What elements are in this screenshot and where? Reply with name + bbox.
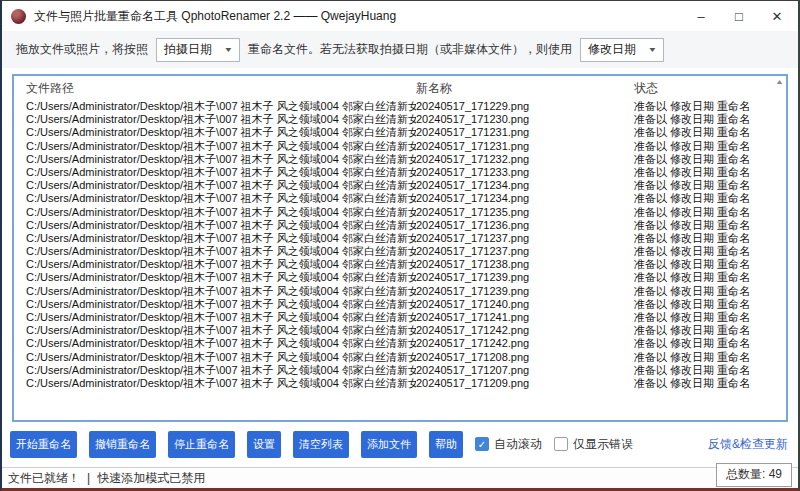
show-errors-only-checkbox[interactable]: 仅显示错误 [554,436,633,453]
table-row[interactable]: C:/Users/Administrator/Desktop/祖木子\007 祖… [14,364,786,377]
status-cell: 准备以 修改日期 重命名 [634,364,786,377]
new-name-cell: 20240517_171207.png [416,364,634,377]
status-cell: 准备以 修改日期 重命名 [634,126,786,139]
file-path-cell: C:/Users/Administrator/Desktop/祖木子\007 祖… [26,179,416,192]
table-row[interactable]: C:/Users/Administrator/Desktop/祖木子\007 祖… [14,113,786,126]
status-separator: | [87,471,90,485]
close-button[interactable]: ✕ [758,2,796,30]
action-bar: 开始重命名撤销重命名停止重命名设置清空列表添加文件帮助 ✓ 自动滚动 仅显示错误… [2,426,798,462]
titlebar: 文件与照片批量重命名工具 QphotoRenamer 2.2 —— Qwejay… [2,1,798,31]
file-path-cell: C:/Users/Administrator/Desktop/祖木子\007 祖… [26,298,416,311]
status-cell: 准备以 修改日期 重命名 [634,206,786,219]
table-row[interactable]: C:/Users/Administrator/Desktop/祖木子\007 祖… [14,219,786,232]
table-row[interactable]: C:/Users/Administrator/Desktop/祖木子\007 祖… [14,258,786,271]
table-row[interactable]: C:/Users/Administrator/Desktop/祖木子\007 祖… [14,232,786,245]
file-path-cell: C:/Users/Administrator/Desktop/祖木子\007 祖… [26,364,416,377]
maximize-button[interactable]: □ [720,2,758,30]
status-cell: 准备以 修改日期 重命名 [634,337,786,350]
toolbar: 拖放文件或照片，将按照 拍摄日期 ▼ 重命名文件。若无法获取拍摄日期（或非媒体文… [2,31,798,68]
capture-date-select[interactable]: 拍摄日期 ▼ [156,38,240,62]
table-row[interactable]: C:/Users/Administrator/Desktop/祖木子\007 祖… [14,245,786,258]
chevron-down-icon: ▼ [224,46,234,53]
status-cell: 准备以 修改日期 重命名 [634,351,786,364]
new-name-cell: 20240517_171234.png [416,192,634,205]
status-cell: 准备以 修改日期 重命名 [634,179,786,192]
table-row[interactable]: C:/Users/Administrator/Desktop/祖木子\007 祖… [14,285,786,298]
file-path-cell: C:/Users/Administrator/Desktop/祖木子\007 祖… [26,285,416,298]
status-mode-message: 快速添加模式已禁用 [97,470,205,487]
auto-scroll-checkbox[interactable]: ✓ 自动滚动 [475,436,542,453]
app-icon [11,9,26,24]
table-row[interactable]: C:/Users/Administrator/Desktop/祖木子\007 祖… [14,192,786,205]
status-cell: 准备以 修改日期 重命名 [634,324,786,337]
file-path-cell: C:/Users/Administrator/Desktop/祖木子\007 祖… [26,219,416,232]
table-row[interactable]: C:/Users/Administrator/Desktop/祖木子\007 祖… [14,271,786,284]
table-row[interactable]: C:/Users/Administrator/Desktop/祖木子\007 祖… [14,179,786,192]
undo-rename-button[interactable]: 撤销重命名 [89,431,156,458]
total-count-box: 总数量: 49 [716,463,792,487]
status-cell: 准备以 修改日期 重命名 [634,219,786,232]
app-window: 文件与照片批量重命名工具 QphotoRenamer 2.2 —— Qwejay… [0,0,800,491]
table-row[interactable]: C:/Users/Administrator/Desktop/祖木子\007 祖… [14,298,786,311]
clear-list-button[interactable]: 清空列表 [293,431,349,458]
new-name-cell: 20240517_171239.png [416,285,634,298]
file-path-cell: C:/Users/Administrator/Desktop/祖木子\007 祖… [26,311,416,324]
statusbar: 文件已就绪！ | 快速添加模式已禁用 [2,467,798,488]
table-row[interactable]: C:/Users/Administrator/Desktop/祖木子\007 祖… [14,324,786,337]
table-row[interactable]: C:/Users/Administrator/Desktop/祖木子\007 祖… [14,100,786,113]
file-path-cell: C:/Users/Administrator/Desktop/祖木子\007 祖… [26,192,416,205]
status-cell: 准备以 修改日期 重命名 [634,311,786,324]
settings-button[interactable]: 设置 [247,431,281,458]
file-table: 文件路径 新名称 状态 C:/Users/Administrator/Deskt… [12,74,788,422]
new-name-cell: 20240517_171235.png [416,206,634,219]
minimize-button[interactable]: – [682,2,720,30]
file-table-body: C:/Users/Administrator/Desktop/祖木子\007 祖… [14,100,786,390]
new-name-cell: 20240517_171236.png [416,219,634,232]
new-name-cell: 20240517_171237.png [416,232,634,245]
column-header-newname: 新名称 [416,80,634,97]
new-name-cell: 20240517_171234.png [416,179,634,192]
status-cell: 准备以 修改日期 重命名 [634,166,786,179]
action-buttons: 开始重命名撤销重命名停止重命名设置清空列表添加文件帮助 [10,431,463,458]
status-cell: 准备以 修改日期 重命名 [634,377,786,390]
scrollbar-up-icon: ▲ [775,78,784,85]
file-path-cell: C:/Users/Administrator/Desktop/祖木子\007 祖… [26,113,416,126]
checkbox-box-icon [554,437,568,451]
toolbar-text-prefix: 拖放文件或照片，将按照 [16,41,148,58]
table-row[interactable]: C:/Users/Administrator/Desktop/祖木子\007 祖… [14,206,786,219]
column-header-status: 状态 [634,80,786,97]
new-name-cell: 20240517_171238.png [416,258,634,271]
help-button[interactable]: 帮助 [429,431,463,458]
new-name-cell: 20240517_171242.png [416,324,634,337]
file-path-cell: C:/Users/Administrator/Desktop/祖木子\007 祖… [26,324,416,337]
table-row[interactable]: C:/Users/Administrator/Desktop/祖木子\007 祖… [14,126,786,139]
auto-scroll-label: 自动滚动 [494,436,542,453]
table-row[interactable]: C:/Users/Administrator/Desktop/祖木子\007 祖… [14,337,786,350]
status-cell: 准备以 修改日期 重命名 [634,192,786,205]
table-row[interactable]: C:/Users/Administrator/Desktop/祖木子\007 祖… [14,166,786,179]
table-row[interactable]: C:/Users/Administrator/Desktop/祖木子\007 祖… [14,377,786,390]
status-cell: 准备以 修改日期 重命名 [634,298,786,311]
table-scrollbar[interactable]: ▲ [773,76,786,420]
table-row[interactable]: C:/Users/Administrator/Desktop/祖木子\007 祖… [14,153,786,166]
fallback-date-select[interactable]: 修改日期 ▼ [580,38,664,62]
new-name-cell: 20240517_171231.png [416,126,634,139]
feedback-update-link[interactable]: 反馈&检查更新 [708,436,790,453]
add-files-button[interactable]: 添加文件 [361,431,417,458]
file-path-cell: C:/Users/Administrator/Desktop/祖木子\007 祖… [26,377,416,390]
status-ready-message: 文件已就绪！ [8,470,80,487]
chevron-down-icon: ▼ [648,46,658,53]
file-path-cell: C:/Users/Administrator/Desktop/祖木子\007 祖… [26,140,416,153]
show-errors-only-label: 仅显示错误 [573,436,633,453]
table-row[interactable]: C:/Users/Administrator/Desktop/祖木子\007 祖… [14,311,786,324]
file-path-cell: C:/Users/Administrator/Desktop/祖木子\007 祖… [26,337,416,350]
table-row[interactable]: C:/Users/Administrator/Desktop/祖木子\007 祖… [14,351,786,364]
start-rename-button[interactable]: 开始重命名 [10,431,77,458]
toolbar-text-middle: 重命名文件。若无法获取拍摄日期（或非媒体文件），则使用 [248,41,572,58]
new-name-cell: 20240517_171230.png [416,113,634,126]
table-row[interactable]: C:/Users/Administrator/Desktop/祖木子\007 祖… [14,140,786,153]
status-cell: 准备以 修改日期 重命名 [634,285,786,298]
file-path-cell: C:/Users/Administrator/Desktop/祖木子\007 祖… [26,126,416,139]
total-count-label: 总数量: [726,467,765,481]
stop-rename-button[interactable]: 停止重命名 [168,431,235,458]
